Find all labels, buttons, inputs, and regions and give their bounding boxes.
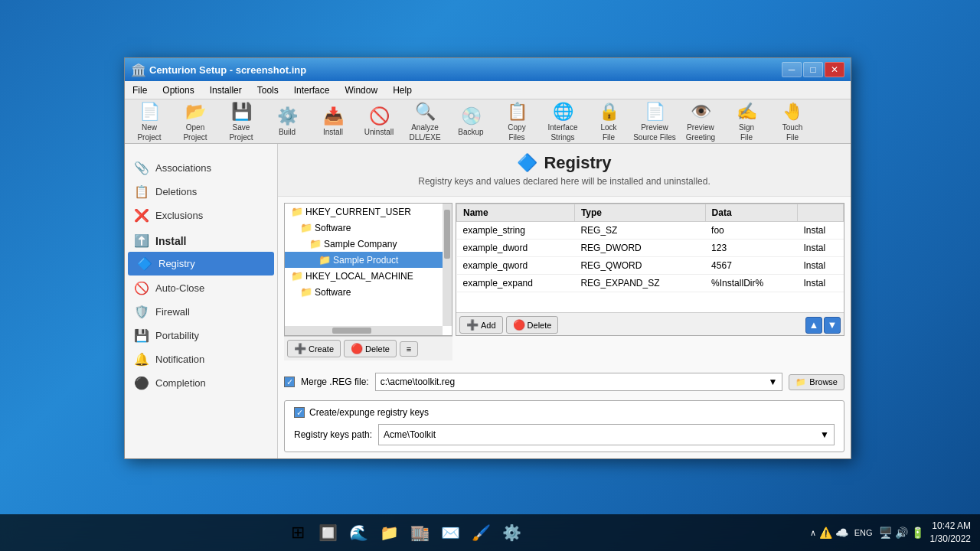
expunge-checkbox[interactable]: ✓ xyxy=(294,407,305,418)
taskbar-search[interactable]: 🔲 xyxy=(315,519,342,546)
menu-tools[interactable]: Tools xyxy=(250,83,286,97)
hkcu-icon: 📁 xyxy=(291,206,303,217)
toolbar-lock-label: Lock xyxy=(600,123,616,132)
tree-item-software-machine[interactable]: 📁 Software xyxy=(285,284,452,300)
close-button[interactable]: ✕ xyxy=(825,62,844,77)
maximize-button[interactable]: □ xyxy=(803,62,823,77)
minimize-button[interactable]: ─ xyxy=(782,62,802,77)
table-delete-button[interactable]: 🔴 Delete xyxy=(506,316,559,334)
tree-h-scroll-thumb[interactable] xyxy=(332,328,372,334)
sidebar-item-completion[interactable]: ⚫ Completion xyxy=(125,371,277,395)
toolbar-lock-file[interactable]: 🔒 Lock File xyxy=(586,103,632,141)
taskbar-settings[interactable]: ⚙️ xyxy=(498,519,526,546)
toolbar-new-project[interactable]: 📄 New Project xyxy=(126,103,172,141)
tree-horizontal-scrollbar[interactable] xyxy=(285,326,443,335)
taskbar-edge[interactable]: 🌊 xyxy=(345,519,373,546)
taskbar-paint[interactable]: 🖌️ xyxy=(468,519,495,546)
tree-v-scroll-thumb[interactable] xyxy=(444,210,450,259)
sidebar: 📎 Associations 📋 Deletions ❌ Exclusions … xyxy=(125,144,278,458)
sidebar-item-auto-close[interactable]: 🚫 Auto-Close xyxy=(125,276,277,300)
toolbar-build[interactable]: ⚙️ Build xyxy=(264,103,310,141)
taskbar-battery-icon: 🔋 xyxy=(911,527,924,539)
row4-data: %InstallDir% xyxy=(705,275,797,292)
table-row[interactable]: example_expand REG_EXPAND_SZ %InstallDir… xyxy=(457,275,844,292)
sidebar-item-registry[interactable]: 🔷 Registry xyxy=(128,252,274,276)
merge-reg-checkbox[interactable]: ✓ xyxy=(284,377,295,387)
browse-label: Browse xyxy=(809,377,838,386)
registry-table-scroll[interactable]: Name Type Data example_string xyxy=(456,204,844,312)
taskbar-files[interactable]: 📁 xyxy=(376,519,403,546)
tree-item-hkcu[interactable]: 📁 HKEY_CURRENT_USER xyxy=(285,204,452,220)
taskbar-store[interactable]: 🏬 xyxy=(407,519,434,546)
toolbar-backup[interactable]: 💿 Backup xyxy=(448,103,494,141)
tree-item-hklm[interactable]: 📁 HKEY_LOCAL_MACHINE xyxy=(285,268,452,284)
sidebar-item-portability[interactable]: 💾 Portability xyxy=(125,324,277,347)
taskbar-monitor-icon: 🖥️ xyxy=(879,527,892,539)
row1-data: foo xyxy=(705,222,797,240)
sidebar-item-deletions[interactable]: 📋 Deletions xyxy=(125,180,277,204)
toolbar-interface-label: Interface xyxy=(548,123,578,132)
toolbar-install[interactable]: 📥 Install xyxy=(310,103,356,141)
sidebar-item-notification[interactable]: 🔔 Notification xyxy=(125,347,277,371)
sidebar-item-associations-label: Associations xyxy=(155,162,211,174)
merge-reg-dropdown-icon: ▼ xyxy=(768,377,777,387)
toolbar-copy-label2: Files xyxy=(508,133,524,142)
toolbar-uninstall[interactable]: 🚫 Uninstall xyxy=(356,103,402,141)
col-name: Name xyxy=(457,204,575,222)
taskbar: ⊞ 🔲 🌊 📁 🏬 ✉️ 🖌️ ⚙️ ∧ ⚠️ ☁️ ENG 🖥️ 🔊 🔋 10… xyxy=(0,514,980,551)
sidebar-item-firewall[interactable]: 🛡️ Firewall xyxy=(125,300,277,324)
taskbar-mail[interactable]: ✉️ xyxy=(437,519,465,546)
tree-delete-button[interactable]: 🔴 Delete xyxy=(344,340,397,357)
table-row[interactable]: example_qword REG_QWORD 4567 Instal xyxy=(457,257,844,275)
toolbar-analyze-label2: DLL/EXE xyxy=(409,133,440,142)
toolbar-build-label: Build xyxy=(279,128,296,136)
sample-company-icon: 📁 xyxy=(309,238,322,249)
tree-create-button[interactable]: ➕ Create xyxy=(287,340,341,357)
tree-menu-button[interactable]: ≡ xyxy=(400,341,418,357)
table-row[interactable]: example_string REG_SZ foo Instal xyxy=(457,222,844,240)
hklm-icon: 📁 xyxy=(291,270,303,282)
tree-item-software-user[interactable]: 📁 Software xyxy=(285,220,452,236)
taskbar-time-date[interactable]: 10:42 AM 1/30/2022 xyxy=(930,520,971,546)
merge-reg-path-combo[interactable]: c:\acme\toolkit.reg ▼ xyxy=(375,373,783,391)
tree-item-hklm-label: HKEY_LOCAL_MACHINE xyxy=(305,271,413,282)
toolbar-interface-strings[interactable]: 🌐 Interface Strings xyxy=(540,103,586,141)
merge-reg-browse-button[interactable]: 📁 Browse xyxy=(789,374,844,390)
menu-file[interactable]: File xyxy=(125,83,155,97)
toolbar-touch-file[interactable]: 🤚 Touch File xyxy=(769,103,815,141)
toolbar-save-label2: Project xyxy=(229,133,253,142)
menu-window[interactable]: Window xyxy=(337,83,385,97)
taskbar-chevron[interactable]: ∧ xyxy=(810,528,816,538)
toolbar-copy-files[interactable]: 📋 Copy Files xyxy=(494,103,540,141)
table-down-button[interactable]: ▼ xyxy=(824,317,841,334)
toolbar-open-project[interactable]: 📂 Open Project xyxy=(172,103,218,141)
toolbar-preview-source[interactable]: 📄 Preview Source Files xyxy=(632,103,678,141)
touch-file-icon: 🤚 xyxy=(782,102,803,122)
start-button[interactable]: ⊞ xyxy=(284,519,312,546)
toolbar-save-project[interactable]: 💾 Save Project xyxy=(218,103,264,141)
sidebar-item-registry-label: Registry xyxy=(158,258,195,269)
preview-greeting-icon: 👁️ xyxy=(691,102,711,122)
registry-tree-scroll[interactable]: 📁 HKEY_CURRENT_USER 📁 Software 📁 xyxy=(285,204,452,315)
sidebar-item-associations[interactable]: 📎 Associations xyxy=(125,156,277,180)
toolbar-lock-label2: File xyxy=(603,133,615,142)
table-up-button[interactable]: ▲ xyxy=(805,317,822,334)
window-title: Centurion Setup - screenshot.inp xyxy=(149,64,782,76)
tree-item-sample-company[interactable]: 📁 Sample Company xyxy=(285,236,452,252)
menu-options[interactable]: Options xyxy=(155,83,201,97)
toolbar-open-label2: Project xyxy=(183,133,207,142)
table-row[interactable]: example_dword REG_DWORD 123 Instal xyxy=(457,240,844,257)
row1-type: REG_SZ xyxy=(574,222,705,240)
menu-interface[interactable]: Interface xyxy=(286,83,338,97)
toolbar-sign-file[interactable]: ✍️ Sign File xyxy=(724,103,769,141)
registry-title-text: Registry xyxy=(544,153,611,173)
keys-path-combo[interactable]: Acme\Toolkit ▼ xyxy=(378,424,835,445)
table-add-button[interactable]: ➕ Add xyxy=(459,316,503,334)
menu-help[interactable]: Help xyxy=(385,83,420,97)
toolbar-analyze[interactable]: 🔍 Analyze DLL/EXE xyxy=(402,103,448,141)
menu-installer[interactable]: Installer xyxy=(202,83,250,97)
sidebar-item-exclusions[interactable]: ❌ Exclusions xyxy=(125,204,277,227)
tree-vertical-scrollbar[interactable] xyxy=(443,204,452,326)
toolbar-preview-greeting[interactable]: 👁️ Preview Greeting xyxy=(678,103,724,141)
tree-item-sample-product[interactable]: 📁 Sample Product xyxy=(285,252,452,268)
